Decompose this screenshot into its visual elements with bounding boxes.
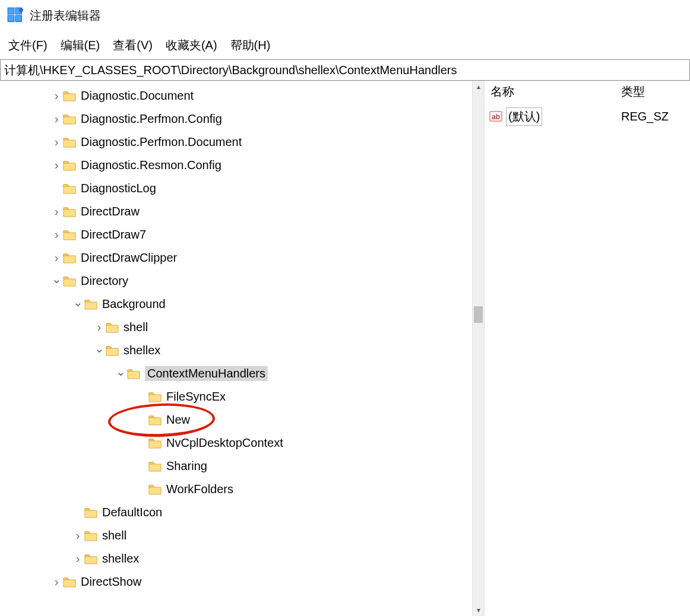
menu-file[interactable]: 文件(F) bbox=[8, 37, 48, 53]
chevron-right-icon[interactable]: › bbox=[50, 228, 63, 242]
tree-item[interactable]: ⌄ContextMenuHandlers bbox=[0, 362, 472, 385]
scroll-down-icon[interactable]: ▾ bbox=[473, 604, 485, 616]
values-pane: 名称 类型 ab (默认) REG_SZ bbox=[484, 81, 690, 616]
app-title: 注册表编辑器 bbox=[30, 8, 101, 24]
chevron-down-icon[interactable]: ⌄ bbox=[71, 295, 84, 309]
content-area: ›Diagnostic.Document›Diagnostic.Perfmon.… bbox=[0, 81, 690, 616]
tree-item-label: shell bbox=[124, 320, 148, 334]
folder-icon bbox=[148, 414, 162, 426]
scroll-up-icon[interactable]: ▴ bbox=[473, 81, 485, 93]
chevron-down-icon[interactable]: ⌄ bbox=[50, 272, 63, 286]
tree-item[interactable]: ›DirectDrawClipper bbox=[0, 246, 472, 269]
chevron-right-icon: · bbox=[135, 462, 148, 471]
tree-item[interactable]: ›shell bbox=[0, 524, 472, 547]
chevron-right-icon[interactable]: › bbox=[50, 112, 63, 126]
tree-item-label: Sharing bbox=[166, 459, 207, 473]
tree-item[interactable]: ·WorkFolders bbox=[0, 478, 472, 501]
tree-item[interactable]: ⌄Background bbox=[0, 293, 472, 316]
tree-item[interactable]: ·Sharing bbox=[0, 455, 472, 478]
menu-view[interactable]: 查看(V) bbox=[113, 37, 153, 53]
folder-icon bbox=[63, 136, 76, 148]
indent-spacer bbox=[0, 547, 71, 570]
tree-item[interactable]: ›DirectDraw bbox=[0, 200, 472, 223]
column-header-type[interactable]: 类型 bbox=[621, 84, 690, 100]
menu-favorites[interactable]: 收藏夹(A) bbox=[166, 37, 217, 53]
column-header-name[interactable]: 名称 bbox=[485, 84, 621, 100]
folder-icon bbox=[127, 368, 140, 380]
tree-item[interactable]: ⌄shellex bbox=[0, 339, 472, 362]
folder-icon bbox=[84, 553, 97, 565]
tree-item[interactable]: ·DiagnosticLog bbox=[0, 177, 472, 200]
menu-edit[interactable]: 编辑(E) bbox=[61, 37, 100, 53]
folder-icon bbox=[63, 90, 76, 102]
folder-icon bbox=[63, 160, 76, 172]
folder-icon bbox=[106, 345, 119, 357]
value-row[interactable]: ab (默认) REG_SZ bbox=[485, 104, 690, 128]
indent-spacer bbox=[0, 316, 93, 339]
indent-spacer bbox=[0, 524, 71, 547]
tree-item[interactable]: ›DirectDraw7 bbox=[0, 223, 472, 246]
tree-item[interactable]: ·NvCplDesktopContext bbox=[0, 431, 472, 455]
svg-rect-0 bbox=[8, 8, 14, 14]
indent-spacer bbox=[0, 501, 71, 524]
folder-icon bbox=[84, 299, 97, 310]
indent-spacer bbox=[0, 408, 135, 431]
chevron-down-icon[interactable]: ⌄ bbox=[114, 364, 127, 379]
chevron-right-icon[interactable]: › bbox=[50, 205, 63, 218]
folder-icon bbox=[84, 530, 97, 542]
tree-item-label: DirectShow bbox=[81, 575, 141, 589]
folder-icon bbox=[63, 252, 76, 264]
chevron-right-icon[interactable]: › bbox=[50, 89, 63, 103]
chevron-right-icon: · bbox=[135, 415, 148, 425]
chevron-right-icon[interactable]: › bbox=[71, 552, 84, 566]
chevron-right-icon[interactable]: › bbox=[50, 158, 63, 172]
tree-item-label: Directory bbox=[81, 274, 128, 288]
menu-help[interactable]: 帮助(H) bbox=[230, 37, 271, 53]
chevron-right-icon[interactable]: › bbox=[71, 529, 84, 542]
folder-icon bbox=[148, 484, 162, 496]
tree-item[interactable]: ·FileSyncEx bbox=[0, 385, 472, 408]
tree-item[interactable]: ›Diagnostic.Perfmon.Config bbox=[0, 107, 472, 131]
folder-icon bbox=[63, 113, 76, 125]
tree-item[interactable]: ⌄Directory bbox=[0, 269, 472, 293]
tree-item-label: Background bbox=[102, 297, 166, 311]
tree-item-label: DirectDrawClipper bbox=[81, 251, 177, 265]
folder-icon bbox=[148, 461, 162, 472]
tree-item-label: DiagnosticLog bbox=[81, 182, 156, 195]
tree-pane[interactable]: ›Diagnostic.Document›Diagnostic.Perfmon.… bbox=[0, 81, 472, 616]
tree-item[interactable]: ·DefaultIcon bbox=[0, 501, 472, 524]
folder-icon bbox=[63, 206, 76, 218]
address-bar[interactable]: 计算机\HKEY_CLASSES_ROOT\Directory\Backgrou… bbox=[0, 59, 690, 81]
indent-spacer bbox=[0, 431, 135, 455]
vertical-scrollbar[interactable]: ▴ ▾ bbox=[472, 81, 484, 616]
tree-item-label: Diagnostic.Document bbox=[81, 89, 194, 103]
chevron-right-icon[interactable]: › bbox=[50, 135, 63, 149]
tree-item[interactable]: ›DirectShow bbox=[0, 570, 472, 593]
tree-item-label: FileSyncEx bbox=[166, 390, 226, 404]
tree-item-label: shellex bbox=[102, 552, 139, 566]
values-header: 名称 类型 bbox=[485, 81, 690, 102]
tree-item[interactable]: ›Diagnostic.Perfmon.Document bbox=[0, 131, 472, 154]
chevron-right-icon: · bbox=[50, 184, 63, 193]
tree-item[interactable]: ›shell bbox=[0, 316, 472, 339]
tree-item[interactable]: ›Diagnostic.Resmon.Config bbox=[0, 154, 472, 177]
chevron-right-icon[interactable]: › bbox=[93, 320, 106, 334]
tree-item[interactable]: ·New bbox=[0, 408, 472, 431]
chevron-right-icon[interactable]: › bbox=[50, 575, 63, 589]
indent-spacer bbox=[0, 84, 50, 107]
scroll-thumb[interactable] bbox=[474, 306, 483, 323]
string-value-icon: ab bbox=[489, 110, 502, 123]
indent-spacer bbox=[0, 362, 114, 385]
indent-spacer bbox=[0, 177, 50, 200]
svg-rect-3 bbox=[15, 15, 22, 22]
indent-spacer bbox=[0, 200, 50, 223]
chevron-right-icon[interactable]: › bbox=[50, 251, 63, 265]
folder-icon bbox=[84, 507, 97, 519]
chevron-down-icon[interactable]: ⌄ bbox=[93, 341, 106, 355]
tree-item[interactable]: ›shellex bbox=[0, 547, 472, 570]
tree-item-label: DirectDraw bbox=[81, 205, 140, 218]
chevron-right-icon: · bbox=[135, 485, 148, 494]
regedit-icon bbox=[7, 7, 24, 24]
tree-item[interactable]: ›Diagnostic.Document bbox=[0, 84, 472, 107]
tree-item-label: shell bbox=[102, 529, 126, 542]
